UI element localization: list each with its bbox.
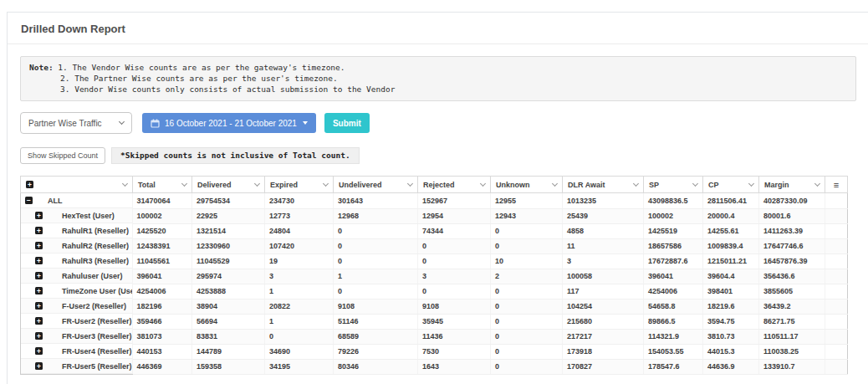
column-header-rejected[interactable]: Rejected [418,177,491,193]
chevron-down-icon[interactable] [323,181,329,187]
chevron-down-icon[interactable] [552,181,558,187]
column-label: Expired [270,181,298,189]
calendar-icon [151,119,160,128]
cell-dlr-await: 100058 [563,269,644,284]
expand-row-icon[interactable]: + [35,212,43,219]
note-box: Note: 1. The Vendor Wise counts are as p… [20,56,856,101]
chevron-down-icon [119,119,125,125]
expand-row-icon[interactable]: + [35,317,43,325]
column-header-total[interactable]: Total [133,177,192,193]
cell-expired: 24804 [265,223,334,238]
expand-row-icon[interactable]: + [35,257,43,264]
cell-rejected: 35945 [418,314,491,329]
cell-unknown: 0 [491,359,563,375]
chevron-down-icon[interactable] [407,181,413,187]
cell-margin: 1411263.39 [759,223,825,238]
cell-rejected: 0 [418,253,491,269]
row-menu-cell [825,208,848,223]
row-menu-cell [825,314,848,329]
row-name: FR-User5 (Reseller) [62,362,132,371]
chevron-down-icon[interactable] [692,181,698,187]
chevron-down-icon[interactable] [748,181,754,187]
expand-row-icon[interactable]: + [35,332,43,340]
column-header-margin[interactable]: Margin [759,177,825,193]
column-header-cp[interactable]: CP [703,177,759,193]
column-header-sp[interactable]: SP [644,177,703,193]
expand-row-icon[interactable]: + [35,347,43,355]
cell-expired: 12773 [265,208,334,223]
cell-total: 31470064 [133,193,192,209]
cell-delivered: 29754534 [192,193,265,209]
cell-unknown: 0 [491,299,563,314]
expand-row-icon[interactable]: + [35,287,43,294]
chevron-down-icon[interactable] [480,181,486,187]
row-menu-cell [825,299,848,314]
table-row: +TimeZone User (User)4254006425388810001… [21,284,848,299]
report-type-value: Partner Wise Traffic [28,119,102,128]
report-type-select[interactable]: Partner Wise Traffic [20,112,132,134]
expand-row-icon[interactable]: + [35,302,43,310]
row-name-cell: +F-User2 (Reseller) [21,299,133,314]
row-name-cell: +FR-User3 (Reseller) [21,329,133,344]
row-menu-cell [825,193,848,209]
cell-unknown: 10 [491,253,563,269]
cell-delivered: 295974 [192,269,265,284]
cell-delivered: 38904 [192,299,265,314]
column-header-undelivered[interactable]: Undelivered [334,177,418,193]
table-row: +F-User2 (Reseller)182196389042082291089… [21,299,848,314]
row-name: RahulR3 (Reseller) [62,257,129,265]
column-header-name[interactable]: + [21,177,133,193]
cell-dlr-await: 1013235 [563,193,644,209]
cell-delivered: 1321514 [192,223,265,238]
date-range-button[interactable]: 16 October 2021 - 21 October 2021 [142,113,316,133]
expand-row-icon[interactable]: + [35,227,43,234]
row-name: Rahuluser (User) [62,272,123,280]
cell-rejected: 12954 [418,208,491,223]
row-name-cell: +FR-User4 (Reseller) [21,344,133,359]
cell-dlr-await: 217217 [563,329,644,344]
cell-sp: 114321.9 [644,329,703,344]
columns-menu-icon[interactable]: ≡ [825,177,848,193]
collapse-row-icon[interactable]: − [25,197,33,204]
column-header-dlr-await[interactable]: DLR Await [563,177,644,193]
cell-margin: 80001.6 [759,208,825,223]
chevron-down-icon[interactable] [633,181,639,187]
cell-undelivered: 51146 [334,314,418,329]
cell-unknown: 0 [491,344,563,359]
expand-row-icon[interactable]: + [35,242,43,249]
cell-margin: 356436.6 [759,269,825,284]
row-name: RahulR2 (Reseller) [62,242,129,250]
cell-total: 446369 [133,359,192,375]
table-row: +FR-User2 (Reseller)35946656694151146359… [21,314,848,329]
cell-cp: 44636.9 [703,359,759,375]
expand-all-icon[interactable]: + [26,181,33,188]
row-name: HexTest (User) [62,212,115,220]
cell-undelivered: 79226 [334,344,418,359]
cell-total: 182196 [133,299,192,314]
chevron-down-icon[interactable] [814,181,820,187]
cell-rejected: 0 [418,238,491,253]
cell-margin: 17647746.6 [759,238,825,253]
show-skipped-count-button[interactable]: Show Skipped Count [20,147,105,164]
submit-button[interactable]: Submit [324,113,370,133]
column-header-unknown[interactable]: Unknown [491,177,563,193]
row-name-cell: +FR-User2 (Reseller) [21,314,133,329]
cell-sp: 396041 [644,269,703,284]
chevron-down-icon[interactable] [181,181,187,187]
column-label: Margin [764,181,789,189]
cell-expired: 1 [265,314,334,329]
expand-row-icon[interactable]: + [35,362,43,370]
column-header-delivered[interactable]: Delivered [192,177,265,193]
cell-sp: 178547.6 [644,359,703,375]
cell-expired: 107420 [265,238,334,253]
expand-row-icon[interactable]: + [35,272,43,279]
cell-total: 440153 [133,344,192,359]
column-header-expired[interactable]: Expired [265,177,334,193]
cell-unknown: 12955 [491,193,563,209]
cell-dlr-await: 215680 [563,314,644,329]
chevron-down-icon[interactable] [254,181,260,187]
cell-expired: 19 [265,253,334,269]
row-name: RahulR1 (Reseller) [62,227,129,235]
cell-delivered: 159358 [192,359,265,375]
chevron-down-icon[interactable] [122,181,128,187]
